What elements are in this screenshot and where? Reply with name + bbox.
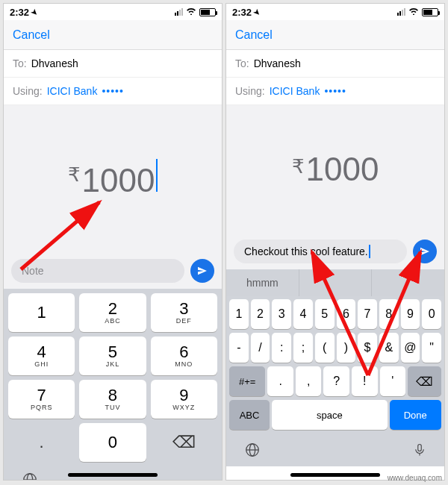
home-indicator[interactable] <box>290 473 380 477</box>
key-exclaim[interactable]: ! <box>352 366 378 396</box>
send-button[interactable] <box>413 240 437 263</box>
predictive-bar: hmmm <box>226 269 444 296</box>
cancel-button[interactable]: Cancel <box>235 28 273 42</box>
key-altshift[interactable]: #+= <box>229 366 265 396</box>
key-amp[interactable]: & <box>379 333 399 363</box>
key-5[interactable]: 5 <box>315 299 335 329</box>
key-colon[interactable]: : <box>272 333 291 363</box>
location-icon: ➤ <box>29 7 39 16</box>
cancel-button[interactable]: Cancel <box>13 28 50 42</box>
globe-icon[interactable] <box>22 472 38 481</box>
phone-left: 2:32 ➤ Cancel To: Dhvanesh Using: ICICI … <box>3 3 223 481</box>
key-question[interactable]: ? <box>323 366 349 396</box>
key-period[interactable]: . <box>267 366 293 396</box>
status-bar: 2:32 ➤ <box>4 4 222 20</box>
key-2[interactable]: 2ABC <box>79 293 146 332</box>
note-input[interactable]: Checkout this cool feature. <box>234 240 407 263</box>
home-indicator[interactable] <box>68 473 158 477</box>
currency-symbol: ₹ <box>292 155 305 178</box>
to-row[interactable]: To: Dhvanesh <box>226 50 444 78</box>
mic-icon[interactable] <box>413 442 426 462</box>
key-1[interactable]: 1 <box>229 299 249 329</box>
signal-icon <box>397 8 405 16</box>
key-at[interactable]: @ <box>401 333 420 363</box>
text-cursor <box>156 159 158 192</box>
key-0[interactable]: 0 <box>79 423 146 462</box>
text-cursor <box>369 245 370 258</box>
predictive-item[interactable] <box>372 269 444 296</box>
key-8[interactable]: 8 <box>379 299 399 329</box>
key-8[interactable]: 8TUV <box>79 380 146 419</box>
key-4[interactable]: 4GHI <box>8 337 75 375</box>
amount-value: 1000 <box>306 151 379 188</box>
using-row[interactable]: Using: ICICI Bank ••••• <box>226 78 444 105</box>
note-value: Checkout this cool feature. <box>244 245 368 257</box>
globe-icon[interactable] <box>244 442 261 462</box>
key-5[interactable]: 5JKL <box>79 337 146 375</box>
key-3[interactable]: 3DEF <box>151 293 217 332</box>
amount-value: 1000 <box>82 162 155 199</box>
key-dash[interactable]: - <box>229 333 249 363</box>
key-0[interactable]: 0 <box>422 299 441 329</box>
status-time: 2:32 <box>10 7 29 18</box>
key-space[interactable]: space <box>272 400 387 430</box>
account-masked: ••••• <box>324 85 346 97</box>
keyboard-bottom-bar <box>226 436 444 466</box>
key-abc[interactable]: ABC <box>229 400 270 430</box>
key-7[interactable]: 7 <box>358 299 377 329</box>
key-6[interactable]: 6 <box>337 299 356 329</box>
key-9[interactable]: 9WXYZ <box>151 380 217 419</box>
signal-icon <box>175 8 183 16</box>
svg-rect-9 <box>418 444 422 451</box>
key-dollar[interactable]: $ <box>358 333 377 363</box>
navbar: Cancel <box>226 20 444 50</box>
key-dot[interactable]: . <box>8 423 75 462</box>
key-7[interactable]: 7PQRS <box>8 380 75 419</box>
key-slash[interactable]: / <box>251 333 270 363</box>
bank-name: ICICI Bank <box>270 85 320 97</box>
predictive-item[interactable]: hmmm <box>226 269 299 296</box>
key-backspace[interactable]: ⌫ <box>408 366 441 396</box>
numeric-keypad: 1 2ABC 3DEF 4GHI 5JKL 6MNO 7PQRS 8TUV 9W… <box>4 289 222 466</box>
key-9[interactable]: 9 <box>401 299 420 329</box>
using-label: Using: <box>13 85 43 97</box>
bank-name: ICICI Bank <box>47 85 98 97</box>
note-bar: Checkout this cool feature. <box>226 234 444 269</box>
wifi-icon <box>408 7 419 17</box>
key-comma[interactable]: , <box>296 366 322 396</box>
status-bar: 2:32 ➤ <box>226 4 444 20</box>
watermark: www.deuaq.com <box>388 474 442 482</box>
to-value: Dhvanesh <box>254 57 301 69</box>
amount-area[interactable]: ₹ 1000 <box>226 105 444 234</box>
key-apostrophe[interactable]: ' <box>380 366 406 396</box>
qwerty-keyboard: 1 2 3 4 5 6 7 8 9 0 - / : ; ( ) $ & @ " … <box>226 296 444 436</box>
to-label: To: <box>235 57 249 69</box>
phone-right: 2:32 ➤ Cancel To: Dhvanesh Using: ICICI … <box>225 3 445 481</box>
key-2[interactable]: 2 <box>251 299 270 329</box>
account-masked: ••••• <box>102 85 124 97</box>
key-quote[interactable]: " <box>422 333 441 363</box>
note-bar: Note <box>4 253 222 289</box>
key-1[interactable]: 1 <box>8 293 75 332</box>
wifi-icon <box>186 7 196 17</box>
key-lparen[interactable]: ( <box>315 333 335 363</box>
key-3[interactable]: 3 <box>272 299 291 329</box>
to-value: Dhvanesh <box>31 57 78 69</box>
using-row[interactable]: Using: ICICI Bank ••••• <box>4 78 222 105</box>
key-backspace[interactable]: ⌫ <box>151 423 217 462</box>
note-placeholder: Note <box>22 265 44 277</box>
to-row[interactable]: To: Dhvanesh <box>4 50 222 78</box>
amount-area[interactable]: ₹ 1000 <box>4 105 222 253</box>
currency-symbol: ₹ <box>68 163 81 187</box>
key-rparen[interactable]: ) <box>337 333 356 363</box>
key-semicolon[interactable]: ; <box>293 333 313 363</box>
note-input[interactable]: Note <box>11 259 184 283</box>
status-time: 2:32 <box>232 7 252 18</box>
to-label: To: <box>13 57 27 69</box>
key-4[interactable]: 4 <box>293 299 313 329</box>
key-done[interactable]: Done <box>390 400 442 430</box>
send-button[interactable] <box>190 259 214 283</box>
navbar: Cancel <box>4 20 222 50</box>
predictive-item[interactable] <box>299 269 373 296</box>
key-6[interactable]: 6MNO <box>151 337 217 375</box>
